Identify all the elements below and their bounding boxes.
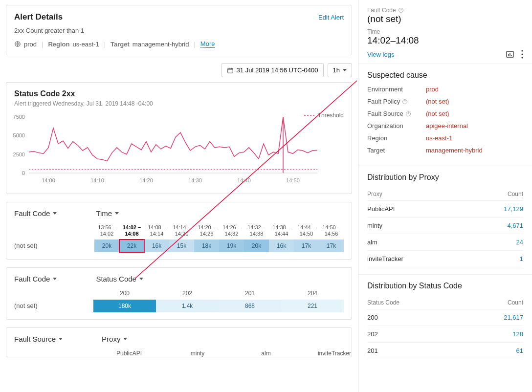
alert-meta: prod | Region us-east-1 | Target managem…	[14, 40, 344, 48]
alert-env: prod	[24, 41, 37, 48]
time-dropdown[interactable]: Time	[96, 209, 119, 218]
chart-triggered: Alert triggered Wednesday, Jul 31, 2019 …	[14, 100, 344, 107]
chart-title: Status Code 2xx	[14, 89, 344, 98]
help-icon[interactable]	[405, 111, 411, 117]
table-row[interactable]: 202128	[367, 326, 523, 343]
timestamp-label: 31 Jul 2019 14:56 UTC-0400	[237, 66, 318, 74]
view-logs-link[interactable]: View logs	[367, 51, 394, 58]
svg-text:7500: 7500	[13, 114, 25, 120]
table-row[interactable]: alm24	[367, 234, 523, 251]
table-row[interactable]: inviteTracker1	[367, 251, 523, 267]
bar-chart-icon[interactable]	[506, 50, 514, 59]
suspected-cause-row: Fault Source(not set)	[367, 110, 523, 117]
help-icon[interactable]	[398, 7, 404, 13]
help-icon[interactable]	[402, 99, 408, 105]
heat-time-cells: 13:56 –14:0220k14:02 –14:0822k14:08 –14:…	[94, 224, 344, 252]
dist-status-section: Distribution by Status Code Status Code …	[358, 275, 532, 366]
svg-text:14:30: 14:30	[188, 177, 202, 183]
target-label: Target	[111, 41, 130, 48]
fault-time-row-label: (not set)	[14, 242, 94, 252]
edit-alert-link[interactable]: Edit Alert	[318, 14, 344, 21]
side-panel: Fault Code (not set) Time 14:02–14:08 Vi…	[358, 0, 532, 392]
svg-text:14:40: 14:40	[237, 177, 251, 183]
fault-code-dropdown-2[interactable]: Fault Code	[14, 275, 57, 283]
svg-text:14:50: 14:50	[286, 177, 300, 183]
heat-status-cell[interactable]: 200180k	[93, 290, 156, 312]
side-header: Fault Code (not set) Time 14:02–14:08 Vi…	[358, 0, 532, 64]
fault-code-value: (not set)	[367, 14, 523, 24]
suspected-cause-row: Organizationapigee-internal	[367, 122, 523, 130]
calendar-icon	[227, 67, 234, 74]
suspected-cause-row: Fault Policy(not set)	[367, 98, 523, 105]
dist-proxy-head-r: Count	[508, 191, 523, 197]
heat-time-cell[interactable]: 14:20 –14:2618k	[194, 224, 219, 252]
heat-time-cell[interactable]: 14:38 –14:4416k	[269, 224, 294, 252]
svg-point-19	[521, 50, 523, 51]
more-vert-icon[interactable]	[521, 50, 523, 59]
svg-text:2500: 2500	[13, 152, 25, 157]
fault-proxy-card: Fault Source Proxy PublicAPImintyalminvi…	[6, 327, 352, 357]
red-indicator-bar	[358, 0, 358, 191]
time-value: 14:02–14:08	[367, 35, 523, 46]
proxy-dropdown[interactable]: Proxy	[102, 335, 127, 343]
suspected-cause-row: Environmentprod	[367, 86, 523, 93]
heat-time-cell[interactable]: 14:50 –14:5617k	[319, 224, 344, 252]
fault-status-card: Fault Code Status Code (not set) 200180k…	[6, 267, 352, 320]
dist-status-title: Distribution by Status Code	[367, 282, 523, 290]
fault-code-label: Fault Code	[367, 7, 523, 14]
svg-rect-1	[227, 68, 233, 72]
proxy-column-header: inviteTracker	[300, 350, 358, 357]
fault-source-dropdown[interactable]: Fault Source	[14, 335, 63, 343]
caret-down-icon	[343, 69, 347, 71]
alert-description: 2xx Count greater than 1	[14, 27, 344, 34]
chart-host: Threshold 025005000750014:0014:1014:2014…	[14, 112, 344, 187]
region-value: us-east-1	[72, 41, 99, 48]
heat-time-cell[interactable]: 14:02 –14:0822k	[119, 224, 144, 252]
heat-time-cell[interactable]: 14:26 –14:3219k	[219, 224, 244, 252]
heat-time-cell[interactable]: 14:14 –14:2015k	[169, 224, 194, 252]
svg-text:5000: 5000	[13, 132, 25, 138]
heat-time-cell[interactable]: 14:32 –14:3820k	[244, 224, 269, 252]
suspected-cause-section: Suspected cause EnvironmentprodFault Pol…	[358, 64, 532, 166]
dist-status-head-l: Status Code	[367, 299, 399, 306]
main-column: Alert Details Edit Alert 2xx Count great…	[0, 0, 358, 392]
legend-label: Threshold	[318, 112, 344, 119]
more-link[interactable]: More	[200, 40, 215, 48]
range-picker[interactable]: 1h	[328, 63, 352, 77]
dist-proxy-title: Distribution by Proxy	[367, 173, 523, 182]
status-chart-card: Status Code 2xx Alert triggered Wednesda…	[6, 82, 352, 194]
heat-status-cell[interactable]: 2021.4k	[156, 290, 219, 312]
fault-code-dropdown[interactable]: Fault Code	[14, 209, 57, 218]
heat-time-cell[interactable]: 13:56 –14:0220k	[94, 224, 119, 252]
table-row[interactable]: PublicAPI17,129	[367, 201, 523, 218]
svg-text:14:10: 14:10	[90, 177, 104, 183]
region-label: Region	[48, 41, 69, 48]
table-row[interactable]: 20161	[367, 343, 523, 359]
svg-point-20	[521, 53, 523, 55]
suspected-cause-row: Targetmanagement-hybrid	[367, 147, 523, 154]
heat-time-cell[interactable]: 14:44 –14:5017k	[294, 224, 319, 252]
line-chart: 025005000750014:0014:1014:2014:3014:4014…	[0, 112, 322, 185]
suspected-cause-row: Regionus-east-1	[367, 134, 523, 142]
svg-point-21	[521, 57, 523, 58]
status-code-dropdown[interactable]: Status Code	[96, 275, 143, 283]
threshold-legend: Threshold	[304, 112, 344, 119]
suspected-cause-title: Suspected cause	[367, 71, 523, 80]
proxy-column-header: minty	[163, 350, 232, 357]
heat-status-cell[interactable]: 204221	[281, 290, 344, 312]
heat-time-cell[interactable]: 14:08 –14:1416k	[144, 224, 169, 252]
proxy-columns: PublicAPImintyalminviteTracker	[95, 350, 358, 357]
table-row[interactable]: minty4,671	[367, 218, 523, 234]
alert-title: Alert Details	[14, 12, 63, 22]
svg-text:14:00: 14:00	[42, 177, 55, 183]
alert-details-card: Alert Details Edit Alert 2xx Count great…	[6, 5, 352, 55]
dist-proxy-head-l: Proxy	[367, 191, 382, 197]
dist-proxy-section: Distribution by Proxy Proxy Count Public…	[358, 166, 532, 275]
time-toolbar: 31 Jul 2019 14:56 UTC-0400 1h	[6, 63, 352, 77]
timestamp-picker[interactable]: 31 Jul 2019 14:56 UTC-0400	[222, 63, 324, 77]
range-label: 1h	[333, 66, 340, 74]
dist-status-head-r: Count	[508, 299, 523, 306]
svg-text:14:20: 14:20	[139, 177, 153, 183]
heat-status-cell[interactable]: 201868	[219, 290, 281, 312]
table-row[interactable]: 20021,617	[367, 309, 523, 326]
